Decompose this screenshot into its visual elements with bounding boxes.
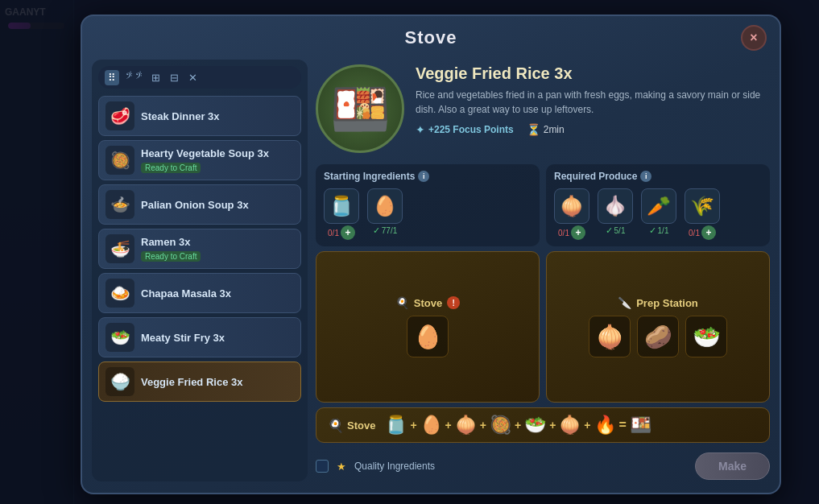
recipe-name-chapaa-masala: Chapaa Masala 3x bbox=[141, 287, 294, 300]
prep-station-name: Prep Station bbox=[636, 297, 698, 309]
filter-tab-grids[interactable]: ⊟ bbox=[167, 70, 182, 85]
required-produce-items: 🧅 0/1 + 🧄 ✓ 5/1 bbox=[554, 188, 762, 240]
ingredient-count-onion: 0/1 + bbox=[558, 225, 585, 240]
recipe-steps: 🫙 + 🥚 + 🧅 + 🥘 + 🥗 + 🧅 + 🔥 = bbox=[385, 415, 758, 436]
prep-station-items: 🧅 🥔 🥗 bbox=[589, 316, 727, 357]
recipe-info-meaty-stir-fry: Meaty Stir Fry 3x bbox=[141, 332, 294, 344]
recipe-item-veggie-fried-rice[interactable]: 🍚 Veggie Fried Rice 3x bbox=[98, 361, 301, 402]
recipe-info-chapaa-masala: Chapaa Masala 3x bbox=[141, 287, 294, 300]
required-produce-box: Required Produce i 🧅 0/1 + bbox=[546, 164, 770, 246]
ingredient-slot-onion: 🧅 0/1 + bbox=[554, 188, 589, 240]
ingredient-count-oil: 0/1 + bbox=[328, 225, 355, 240]
stove-station-items: 🥚 bbox=[407, 316, 449, 357]
prep-station-header: 🔪 Prep Station bbox=[555, 296, 761, 309]
recipe-item-steak-dinner[interactable]: 🥩 Steak Dinner 3x bbox=[98, 96, 301, 136]
step-icon-result: 🍱 bbox=[630, 415, 651, 436]
ingredient-icon-egg: 🥚 bbox=[367, 188, 403, 224]
time-value: 2min bbox=[544, 124, 565, 135]
recipe-badge-ramen: Ready to Craft bbox=[141, 251, 201, 262]
stove-station-header: 🍳 Stove ! bbox=[325, 296, 531, 309]
full-recipe-box: 🍳 Stove 🫙 + 🥚 + 🧅 + 🥘 + 🥗 + bbox=[316, 407, 770, 443]
step-icon-oil: 🫙 bbox=[385, 415, 407, 436]
recipe-name-steak-dinner: Steak Dinner 3x bbox=[141, 110, 294, 122]
recipe-info-palian-onion-soup: Palian Onion Soup 3x bbox=[141, 199, 294, 211]
time-icon: ⏳ bbox=[527, 123, 540, 136]
craft-area: 🍳 Stove ! 🥚 🔪 Prep Station bbox=[316, 251, 770, 481]
ingredient-slot-oil: 🫙 0/1 + bbox=[324, 188, 359, 240]
recipe-item-palian-onion-soup[interactable]: 🍲 Palian Onion Soup 3x bbox=[98, 184, 301, 225]
quality-label: Quality Ingredients bbox=[354, 461, 435, 472]
ingredient-count-grain: 0/1 + bbox=[689, 225, 716, 240]
ingredient-icon-oil: 🫙 bbox=[324, 188, 359, 224]
recipe-title: Veggie Fried Rice 3x bbox=[416, 64, 770, 83]
filter-tab-mix[interactable]: ✕ bbox=[185, 70, 201, 85]
step-equals: = bbox=[619, 418, 627, 432]
recipe-thumb-steak-dinner: 🥩 bbox=[105, 101, 134, 130]
recipe-name-ramen: Ramen 3x bbox=[141, 236, 294, 248]
required-produce-info-icon[interactable]: i bbox=[640, 171, 651, 182]
modal-body: ⠿ 𝄣 𝄣 ⊞ ⊟ ✕ 🥩 Steak Dinner 3x 🥘 Hearty V… bbox=[82, 60, 780, 488]
egg-count-value: 77/1 bbox=[382, 226, 397, 235]
starting-ingredient-items: 🫙 0/1 + 🥚 ✓ 77/1 bbox=[324, 188, 532, 240]
recipe-name-hearty-veg-soup: Hearty Vegetable Soup 3x bbox=[141, 147, 294, 159]
step-icon-onion: 🧅 bbox=[455, 415, 477, 436]
recipe-item-ramen[interactable]: 🍜 Ramen 3x Ready to Craft bbox=[98, 229, 301, 269]
filter-tab-pots[interactable]: ⊞ bbox=[148, 70, 163, 85]
recipe-thumb-meaty-stir-fry: 🥗 bbox=[105, 323, 134, 352]
ingredient-slot-garlic: 🧄 ✓ 5/1 bbox=[598, 188, 633, 236]
filter-tab-all[interactable]: ⠿ bbox=[105, 70, 119, 85]
recipe-name-veggie-fried-rice: Veggie Fried Rice 3x bbox=[141, 376, 294, 388]
full-recipe-station-header: 🍳 Stove bbox=[328, 418, 375, 433]
filter-tab-knives[interactable]: 𝄣 𝄣 bbox=[122, 69, 145, 85]
stove-station-icon: 🍳 bbox=[395, 296, 409, 309]
stove-station-name: Stove bbox=[414, 297, 442, 309]
onion-count-value: 0/1 bbox=[558, 229, 569, 238]
oil-add-button[interactable]: + bbox=[341, 225, 355, 240]
recipe-badge-hearty-veg-soup: Ready to Craft bbox=[141, 163, 201, 173]
required-produce-label: Required Produce bbox=[554, 171, 637, 182]
stove-station-box: 🍳 Stove ! 🥚 bbox=[316, 251, 540, 403]
focus-value: +225 Focus Points bbox=[428, 124, 514, 135]
recipe-item-hearty-veg-soup[interactable]: 🥘 Hearty Vegetable Soup 3x Ready to Craf… bbox=[98, 140, 301, 180]
filter-tabs: ⠿ 𝄣 𝄣 ⊞ ⊟ ✕ bbox=[98, 66, 301, 89]
close-button[interactable]: × bbox=[741, 25, 767, 51]
recipe-info-hearty-veg-soup: Hearty Vegetable Soup 3x Ready to Craft bbox=[141, 147, 294, 174]
recipe-thumb-palian-onion-soup: 🍲 bbox=[105, 190, 134, 219]
recipe-thumb-ramen: 🍜 bbox=[105, 234, 134, 263]
quality-checkbox[interactable] bbox=[316, 460, 329, 473]
garlic-check-icon: ✓ bbox=[606, 225, 613, 236]
recipe-stats: ✦ +225 Focus Points ⏳ 2min bbox=[416, 123, 770, 136]
oil-count-value: 0/1 bbox=[328, 229, 339, 238]
time-stat: ⏳ 2min bbox=[527, 123, 565, 136]
make-button[interactable]: Make bbox=[695, 452, 770, 480]
step-plus-5: + bbox=[549, 419, 556, 432]
prep-item-onion: 🧅 bbox=[589, 316, 631, 357]
carrot-count-value: 1/1 bbox=[658, 226, 669, 235]
recipe-info-steak-dinner: Steak Dinner 3x bbox=[141, 110, 294, 122]
modal-title: Stove bbox=[405, 27, 457, 48]
full-recipe-station-name: Stove bbox=[347, 419, 375, 432]
stove-warning-icon: ! bbox=[447, 296, 460, 309]
modal: Stove × ⠿ 𝄣 𝄣 ⊞ ⊟ ✕ 🥩 Steak Dinner 3x bbox=[81, 14, 781, 494]
ingredient-count-carrot: ✓ 1/1 bbox=[649, 225, 669, 236]
recipe-thumb-chapaa-masala: 🍛 bbox=[105, 279, 134, 308]
recipe-item-meaty-stir-fry[interactable]: 🥗 Meaty Stir Fry 3x bbox=[98, 317, 301, 357]
starting-ingredients-info-icon[interactable]: i bbox=[418, 171, 429, 182]
step-plus-3: + bbox=[480, 419, 486, 432]
recipe-desc: Veggie Fried Rice 3x Rice and vegetables… bbox=[416, 64, 770, 136]
ingredient-slot-carrot: 🥕 ✓ 1/1 bbox=[641, 188, 676, 236]
quality-star-icon: ★ bbox=[337, 461, 346, 473]
step-plus-4: + bbox=[515, 419, 521, 432]
ingredient-count-garlic: ✓ 5/1 bbox=[606, 225, 626, 236]
full-recipe-station-icon: 🍳 bbox=[328, 418, 344, 433]
recipe-item-chapaa-masala[interactable]: 🍛 Chapaa Masala 3x bbox=[98, 273, 301, 313]
ingredient-icon-garlic: 🧄 bbox=[598, 188, 633, 224]
grain-add-button[interactable]: + bbox=[701, 225, 716, 240]
ingredient-icon-onion: 🧅 bbox=[554, 188, 589, 224]
modal-header: Stove × bbox=[82, 16, 780, 60]
prep-station-icon: 🔪 bbox=[618, 296, 631, 309]
onion-add-button[interactable]: + bbox=[571, 225, 585, 240]
required-produce-header: Required Produce i bbox=[554, 171, 762, 182]
garlic-count-value: 5/1 bbox=[614, 226, 626, 235]
prep-item-potato: 🥔 bbox=[637, 316, 679, 357]
